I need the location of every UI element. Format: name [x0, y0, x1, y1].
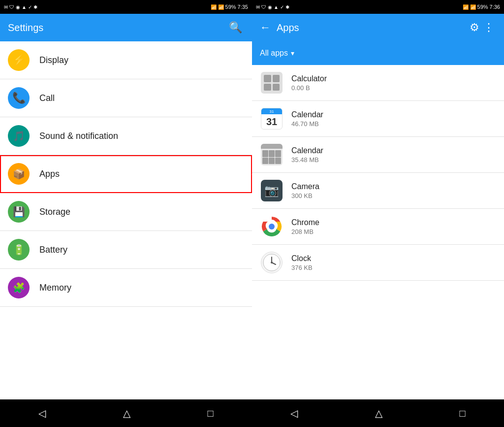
svg-point-6	[271, 262, 273, 263]
recents-button[interactable]: □	[198, 404, 223, 423]
calculator-info: Calculator 0.00 B	[291, 74, 327, 92]
chrome-app-icon	[260, 215, 284, 238]
clock-name: Clock	[291, 254, 313, 263]
r-back-button[interactable]: ◁	[281, 403, 308, 423]
settings-list: ⚡ Display 📞 Call 🎵 Sound & notification …	[0, 41, 252, 399]
app-item-camera[interactable]: 📷 Camera 300 KB	[252, 173, 504, 209]
r-signal-icon: ▲	[274, 4, 279, 10]
r-wifi-icon: 📶	[463, 4, 469, 10]
app-item-clock[interactable]: Clock 376 KB	[252, 245, 504, 281]
settings-item-sound[interactable]: 🎵 Sound & notification	[0, 117, 252, 155]
apps-title: Apps	[277, 22, 468, 33]
battery-icon: 🔋	[8, 239, 30, 261]
apps-icon: 📦	[8, 163, 30, 185]
signal-bars-icon: ▲	[22, 4, 27, 10]
settings-item-memory[interactable]: 🧩 Memory	[0, 269, 252, 307]
r-cellsignal-icon: 📶	[470, 4, 476, 10]
check-icon: ✓	[28, 4, 32, 10]
settings-item-storage[interactable]: 💾 Storage	[0, 193, 252, 231]
status-bar-right-icons: 📶 📶 59% 7:35	[211, 4, 248, 10]
clock-time: 7:35	[238, 4, 248, 10]
app-item-calculator[interactable]: Calculator 0.00 B	[252, 65, 504, 101]
r-shield-icon: 🛡	[261, 4, 266, 10]
calculator-app-icon	[260, 71, 284, 95]
apps-app-bar: ← Apps ⚙ ⋮	[252, 14, 504, 41]
calc-icon-graphic	[261, 72, 283, 94]
apps-filter-label: All apps	[260, 49, 288, 58]
r-home-button[interactable]: △	[365, 403, 392, 423]
settings-item-apps[interactable]: 📦 Apps →	[0, 155, 252, 193]
camera-icon-graphic: 📷	[261, 180, 283, 201]
camera-info: Camera 300 KB	[291, 182, 319, 199]
left-status-bar: ✉ 🛡 ◉ ▲ ✓ ✱ 📶 📶 59% 7:35	[0, 0, 252, 14]
sound-icon: 🎵	[8, 125, 30, 147]
right-phone-panel: ✉ 🛡 ◉ ▲ ✓ ✱ 📶 📶 59% 7:36 ← Apps ⚙ ⋮ All …	[252, 0, 504, 427]
memory-icon: 🧩	[8, 277, 30, 298]
apps-more-icon[interactable]: ⋮	[481, 19, 496, 36]
camera-size: 300 KB	[291, 192, 319, 199]
apps-filter-bar[interactable]: All apps ▾	[252, 41, 504, 65]
back-nav-icon[interactable]: ←	[260, 21, 271, 34]
clock-icon-graphic	[261, 252, 283, 273]
r-location-icon: ◉	[268, 4, 272, 10]
right-nav-bar: ◁ △ □	[252, 399, 504, 427]
filter-dropdown-icon: ▾	[291, 49, 294, 57]
right-status-right: 📶 📶 59% 7:36	[463, 4, 500, 10]
r-bt-icon: ✱	[285, 4, 289, 10]
apps-list: Calculator 0.00 B 31 31 Calendar 46.70 M…	[252, 65, 504, 399]
r-check-icon: ✓	[280, 4, 284, 10]
app-item-calendar-google[interactable]: 31 31 Calendar 46.70 MB	[252, 101, 504, 137]
cal2-app-icon	[260, 143, 284, 166]
cal2-icon-graphic	[261, 144, 283, 165]
settings-item-call[interactable]: 📞 Call	[0, 79, 252, 117]
settings-item-battery[interactable]: 🔋 Battery	[0, 231, 252, 269]
search-icon[interactable]: 🔍	[227, 19, 244, 36]
settings-item-display[interactable]: ⚡ Display	[0, 41, 252, 79]
shield-icon: 🛡	[9, 4, 14, 10]
right-status-left: ✉ 🛡 ◉ ▲ ✓ ✱	[256, 4, 289, 10]
back-button[interactable]: ◁	[29, 403, 56, 423]
call-label: Call	[39, 93, 55, 103]
calendar-aosp-size: 35.48 MB	[291, 156, 323, 164]
r-recents-button[interactable]: □	[450, 404, 475, 423]
bt-icon: ✱	[33, 4, 37, 10]
home-button[interactable]: △	[113, 403, 140, 423]
notification-icons: ✉	[4, 4, 8, 10]
apps-settings-icon[interactable]: ⚙	[468, 19, 481, 36]
r-battery-percent: 59%	[477, 4, 488, 10]
calendar-google-name: Calendar	[291, 110, 323, 119]
location-icon: ◉	[16, 4, 20, 10]
clock-size: 376 KB	[291, 264, 313, 271]
calendar-google-info: Calendar 46.70 MB	[291, 110, 323, 128]
call-icon: 📞	[8, 87, 30, 109]
chrome-size: 208 MB	[291, 228, 319, 235]
gcalendar-app-icon: 31 31	[260, 107, 284, 131]
wifi-icon: 📶	[211, 4, 217, 10]
calendar-aosp-name: Calendar	[291, 146, 323, 155]
signal-icon: 📶	[218, 4, 224, 10]
clock-app-icon	[260, 251, 284, 274]
calculator-name: Calculator	[291, 74, 327, 83]
chrome-icon-graphic	[261, 216, 283, 237]
gcal-icon-graphic: 31 31	[261, 108, 283, 130]
left-phone-panel: ✉ 🛡 ◉ ▲ ✓ ✱ 📶 📶 59% 7:35 Settings 🔍 ⚡ Di…	[0, 0, 252, 427]
battery-percent: 59%	[225, 4, 236, 10]
apps-label: Apps	[39, 169, 60, 179]
calendar-aosp-info: Calendar 35.48 MB	[291, 146, 323, 164]
memory-label: Memory	[39, 283, 71, 293]
app-item-chrome[interactable]: Chrome 208 MB	[252, 209, 504, 245]
status-bar-left-icons: ✉ 🛡 ◉ ▲ ✓ ✱	[4, 4, 37, 10]
camera-app-icon: 📷	[260, 179, 284, 202]
settings-title: Settings	[8, 22, 227, 33]
battery-label: Battery	[39, 245, 67, 255]
storage-icon: 💾	[8, 201, 30, 223]
display-label: Display	[39, 55, 68, 66]
calendar-google-size: 46.70 MB	[291, 120, 323, 128]
chrome-name: Chrome	[291, 218, 319, 227]
left-nav-bar: ◁ △ □	[0, 399, 252, 427]
r-clock-time: 7:36	[490, 4, 500, 10]
camera-name: Camera	[291, 182, 319, 191]
app-item-calendar-aosp[interactable]: Calendar 35.48 MB	[252, 137, 504, 173]
right-status-bar: ✉ 🛡 ◉ ▲ ✓ ✱ 📶 📶 59% 7:36	[252, 0, 504, 14]
arrow-indicator: →	[249, 167, 252, 181]
